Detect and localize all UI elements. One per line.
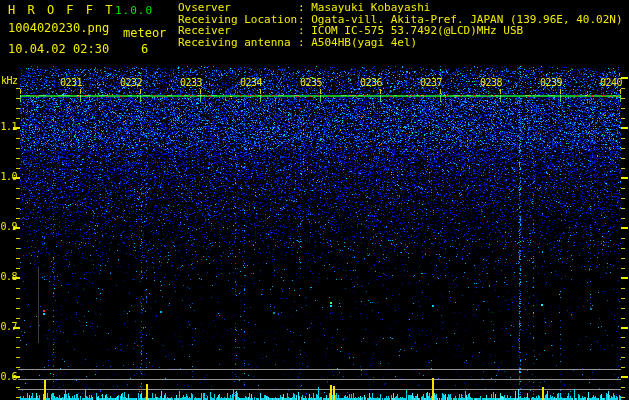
time-axis-label: 0240 [589, 78, 622, 88]
info-label-receiver: Receiver [178, 25, 231, 36]
info-label-observer: Ovserver [178, 2, 231, 13]
freq-axis-label: 1.0 [0, 172, 17, 182]
time-axis-label: 0234 [229, 78, 262, 88]
freq-axis-unit: kHz [1, 76, 18, 86]
frame-filename: 1004020230.png [8, 22, 109, 34]
meteor-count: 6 [141, 43, 148, 55]
time-axis-label: 0238 [469, 78, 502, 88]
freq-axis-label: 0.8 [0, 272, 17, 282]
freq-axis-label: 1.1 [0, 122, 17, 132]
info-value-antenna: : A504HB(yagi 4el) [298, 37, 417, 48]
app-version: 1.0.0 [115, 5, 153, 16]
info-label-antenna: Receiving antenna [178, 37, 291, 48]
time-axis-label: 0239 [529, 78, 562, 88]
mode-label: meteor [123, 27, 166, 39]
freq-axis-label: 0.6 [0, 372, 17, 382]
time-axis-label: 0235 [289, 78, 322, 88]
info-value-observer: : Masayuki Kobayashi [298, 2, 430, 13]
app-title: H R O F F T [8, 4, 115, 16]
freq-axis-label: 0.7 [0, 322, 17, 332]
frame-datetime: 10.04.02 02:30 [8, 43, 109, 55]
info-value-receiver: : ICOM IC-575 53.7492(@LCD)MHz USB [298, 25, 523, 36]
hrofft-frame: H R O F F T 1.0.0 1004020230.png meteor … [0, 0, 629, 400]
spectrogram-canvas [0, 0, 629, 400]
time-axis-label: 0237 [409, 78, 442, 88]
time-axis-label: 0236 [349, 78, 382, 88]
time-axis-label: 0233 [169, 78, 202, 88]
time-axis-label: 0232 [109, 78, 142, 88]
time-axis-label: 0231 [49, 78, 82, 88]
freq-axis-label: 0.9 [0, 222, 17, 232]
